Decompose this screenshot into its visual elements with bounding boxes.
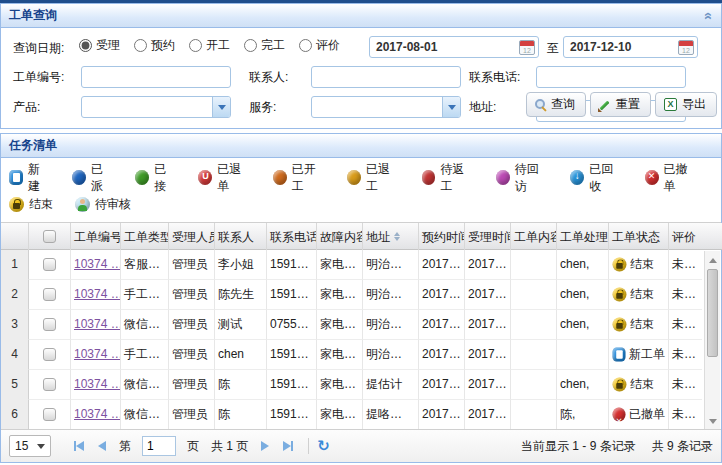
accept-time-cell: 2017… xyxy=(465,310,511,340)
column-header[interactable]: 预约时间 xyxy=(419,223,465,250)
date-type-radio-受理[interactable]: 受理 xyxy=(79,37,120,54)
phone-cell: 1591… xyxy=(267,370,317,400)
query-panel: 工单查询 « 查询日期: 受理预约开工完工评价 2017-08-01 至 201… xyxy=(0,3,722,129)
next-page-button[interactable] xyxy=(261,441,269,451)
order-no-link[interactable]: 10374 … xyxy=(74,400,121,429)
fault-cell: 家电… xyxy=(317,370,363,400)
contact-cell: 陈 xyxy=(215,370,267,400)
process-cell: chen, xyxy=(557,280,609,310)
calendar-icon[interactable] xyxy=(678,40,694,55)
date-from-value: 2017-08-01 xyxy=(376,40,437,54)
select-all-checkbox[interactable] xyxy=(43,230,56,243)
column-header[interactable]: 故障内容 xyxy=(317,223,363,250)
accept-time-cell: 2017… xyxy=(465,250,511,280)
column-header[interactable]: 地址 xyxy=(363,223,419,250)
status-label: 新工单 xyxy=(629,340,665,369)
row-checkbox[interactable] xyxy=(43,318,56,331)
handler-cell: 管理员 xyxy=(169,250,215,280)
process-cell: chen, xyxy=(557,370,609,400)
status-cell: 结束 xyxy=(609,370,669,400)
scroll-up-icon[interactable] xyxy=(705,253,720,267)
query-panel-title: 工单查询 xyxy=(9,8,57,22)
order-no-link[interactable]: 10374 … xyxy=(74,310,121,339)
column-header[interactable]: 受理人员 xyxy=(169,223,215,250)
legend-item: 待回访 xyxy=(496,161,548,195)
chevron-down-icon[interactable] xyxy=(442,97,460,117)
phone-cell: 1591… xyxy=(267,340,317,370)
handler-cell: 管理员 xyxy=(169,310,215,340)
row-checkbox[interactable] xyxy=(43,348,56,361)
last-page-button[interactable] xyxy=(283,441,293,451)
query-date-label: 查询日期: xyxy=(13,37,64,59)
order-no-input[interactable] xyxy=(81,66,231,88)
column-header[interactable]: 工单处理 xyxy=(557,223,609,250)
column-header[interactable]: 工单状态 xyxy=(609,223,669,250)
row-checkbox[interactable] xyxy=(43,408,56,421)
radio-button[interactable] xyxy=(134,39,147,52)
evaluation-cell: 未… xyxy=(669,370,702,400)
process-cell xyxy=(557,340,609,370)
column-header[interactable]: 工单类型 xyxy=(121,223,169,250)
order-no-link[interactable]: 10374 … xyxy=(74,280,121,309)
first-page-button[interactable] xyxy=(74,441,84,451)
page-number-input[interactable] xyxy=(142,436,176,456)
scroll-down-icon[interactable] xyxy=(705,414,720,428)
accept-time-cell: 2017… xyxy=(465,280,511,310)
fault-cell: 家电… xyxy=(317,340,363,370)
legend-item: 待审核 xyxy=(75,196,131,213)
column-header[interactable]: 评价 xyxy=(669,223,702,250)
search-button[interactable]: 查询 xyxy=(526,92,586,117)
radio-button[interactable] xyxy=(299,39,312,52)
phone-input[interactable] xyxy=(536,66,686,88)
date-type-radio-评价[interactable]: 评价 xyxy=(299,37,340,54)
row-number: 6 xyxy=(1,400,29,430)
order-cancelled-icon xyxy=(612,408,625,422)
calendar-icon[interactable] xyxy=(519,40,535,55)
handler-cell: 管理员 xyxy=(169,400,215,430)
evaluation-cell: 未… xyxy=(669,340,702,370)
prev-page-button[interactable] xyxy=(98,441,106,451)
order-no-link[interactable]: 10374 … xyxy=(74,340,121,369)
date-type-radio-预约[interactable]: 预约 xyxy=(134,37,175,54)
status-cell: 已撤单 xyxy=(609,400,669,430)
scrollbar-thumb[interactable] xyxy=(707,269,718,357)
chevron-double-up-icon[interactable]: « xyxy=(700,12,718,20)
total-records-label: 共 9 条记录 xyxy=(652,438,713,455)
product-select[interactable] xyxy=(81,96,231,118)
service-select[interactable] xyxy=(311,96,461,118)
sort-arrows-icon[interactable] xyxy=(394,232,400,241)
row-checkbox[interactable] xyxy=(43,378,56,391)
content-cell xyxy=(511,310,557,340)
radio-button[interactable] xyxy=(189,39,202,52)
column-header[interactable]: 工单内容 xyxy=(511,223,557,250)
row-checkbox[interactable] xyxy=(43,258,56,271)
address-cell: 明治… xyxy=(363,310,419,340)
order-no-link[interactable]: 10374 … xyxy=(74,250,121,279)
contact-label: 联系人: xyxy=(249,66,288,88)
column-header[interactable]: 联系电话 xyxy=(267,223,317,250)
column-header[interactable]: 工单编号 xyxy=(71,223,121,250)
service-label: 服务: xyxy=(249,96,276,118)
chevron-down-icon[interactable] xyxy=(212,97,230,117)
refresh-icon[interactable]: ↻ xyxy=(317,438,330,454)
radio-button[interactable] xyxy=(79,39,92,52)
vertical-scrollbar[interactable] xyxy=(704,251,720,430)
radio-button[interactable] xyxy=(244,39,257,52)
reset-button[interactable]: 重置 xyxy=(590,92,651,117)
order-no-label: 工单编号: xyxy=(13,66,64,88)
row-number: 5 xyxy=(1,370,29,400)
contact-input[interactable] xyxy=(311,66,461,88)
evaluation-cell: 未… xyxy=(669,310,702,340)
page-size-select[interactable]: 15 xyxy=(9,435,51,457)
order-type-cell: 客服… xyxy=(121,250,169,280)
export-button[interactable]: X 导出 xyxy=(655,92,717,117)
column-header[interactable]: 受理时间 xyxy=(465,223,511,250)
date-from-field[interactable]: 2017-08-01 xyxy=(369,36,539,58)
order-no-link[interactable]: 10374 … xyxy=(74,370,121,399)
content-cell xyxy=(511,250,557,280)
column-header[interactable]: 联系人 xyxy=(215,223,267,250)
date-type-radio-完工[interactable]: 完工 xyxy=(244,37,285,54)
date-type-radio-开工[interactable]: 开工 xyxy=(189,37,230,54)
date-to-field[interactable]: 2017-12-10 xyxy=(563,36,698,58)
row-checkbox[interactable] xyxy=(43,288,56,301)
